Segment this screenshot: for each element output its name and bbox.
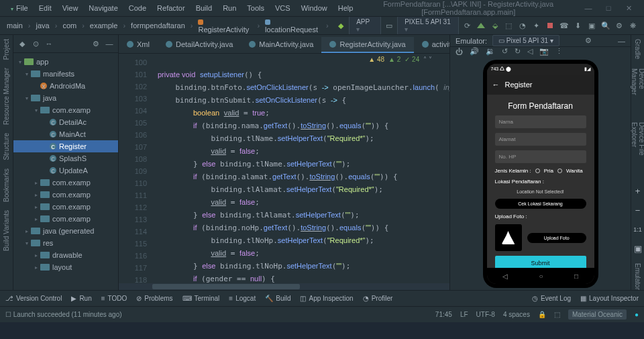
emul-rotleft-icon[interactable]: ↺ [502, 47, 508, 56]
h-scrollbar[interactable] [119, 283, 449, 290]
theme-selector[interactable]: Material Oceanic [568, 309, 627, 320]
menu-run[interactable]: Run [217, 4, 241, 12]
resource-manager-tool[interactable]: Resource Manager [3, 68, 10, 125]
zoom-actual-icon[interactable]: ▣ [633, 244, 643, 254]
nav-home-icon[interactable]: ○ [539, 273, 543, 280]
tree-item-comexamp[interactable]: ▸com.examp [13, 189, 118, 201]
device-manager-tool[interactable]: Device Manager [631, 68, 645, 113]
emul-power-icon[interactable]: ⏻ [455, 48, 463, 56]
menu-help[interactable]: Help [333, 4, 359, 12]
zoom-in-icon[interactable]: + [633, 186, 643, 196]
minimize-button[interactable]: — [578, 4, 598, 12]
nav-recents-icon[interactable]: □ [574, 273, 578, 280]
maximize-button[interactable]: □ [598, 4, 619, 12]
build-variants-tool[interactable]: Build Variants [3, 210, 10, 251]
phone-screen[interactable]: 743 🛆 ⬤▮◢ ←Register Form Pendaftaran Nam… [487, 64, 594, 284]
gradle-tool[interactable]: Gradle [634, 39, 641, 59]
emul-voldown-icon[interactable]: 🔉 [486, 47, 495, 56]
android-view-icon[interactable]: ◆ [17, 39, 27, 48]
tree-item-layout[interactable]: ▸layout [13, 261, 118, 273]
emul-more-icon[interactable]: ⋮ [555, 47, 563, 56]
coverage-button[interactable]: ⬚ [503, 19, 515, 32]
version-control-tool[interactable]: ⎇ Version Control [5, 295, 62, 302]
emul-back-icon[interactable]: ◁ [527, 47, 533, 56]
menu-file[interactable]: File [5, 4, 34, 12]
tree-item-java[interactable]: ▾java [13, 92, 118, 104]
todo-tool[interactable]: ≡ TODO [101, 295, 127, 302]
memory-icon[interactable]: ⬚ [554, 311, 560, 318]
settings-cog-icon[interactable]: ⚙ [91, 39, 101, 48]
crumb-4[interactable]: formpendaftaran [129, 21, 186, 30]
input-alamat[interactable]: Alamat [495, 133, 586, 146]
tree-item-splashs[interactable]: cSplashS [13, 152, 118, 164]
caret-position[interactable]: 71:45 [435, 311, 452, 318]
crumb-5[interactable]: RegisterActivity [197, 17, 253, 34]
radio-pria[interactable] [535, 168, 540, 173]
select-opened-icon[interactable]: ⊙ [31, 39, 40, 48]
input-hp[interactable]: No. HP [495, 150, 586, 163]
expand-icon[interactable]: ↔ [44, 39, 54, 48]
search-icon[interactable]: 🔍 [600, 19, 611, 32]
menu-window[interactable]: Window [296, 4, 333, 12]
input-nama[interactable]: Nama [495, 115, 586, 128]
emul-rotright-icon[interactable]: ↻ [515, 47, 521, 56]
problems-tool[interactable]: ⊘ Problems [136, 295, 172, 302]
encoding[interactable]: UTF-8 [476, 311, 495, 318]
crumb-1[interactable]: java [35, 21, 51, 30]
device-selector[interactable]: PIXEL 5 API 31 [397, 17, 459, 35]
avd-manager-icon[interactable]: ☎ [559, 19, 570, 32]
tab-activitymainxml[interactable]: activity_main.xml [414, 37, 449, 53]
logcat-tool[interactable]: ≡ Logcat [229, 295, 256, 302]
layout-inspector-tool[interactable]: ▦ Layout Inspector [580, 295, 639, 302]
tree-item-register[interactable]: cRegister [13, 140, 118, 152]
tree-item-detailac[interactable]: cDetailAc [13, 116, 118, 128]
stop-button[interactable] [545, 19, 556, 32]
tab-xml[interactable]: Xml [119, 37, 158, 53]
tab-registeractivityjava[interactable]: RegisterActivity.java [321, 37, 413, 53]
project-tool[interactable]: Project [3, 39, 10, 60]
build-tool[interactable]: 🔨 Build [265, 295, 290, 302]
menu-navigate[interactable]: Navigate [83, 4, 123, 12]
line-ending[interactable]: LF [460, 311, 468, 318]
tree-item-comexamp[interactable]: ▾com.examp [13, 104, 118, 116]
debug-button[interactable]: ⬙ [490, 19, 501, 32]
emulator-settings-icon[interactable]: ⚙ [585, 36, 592, 45]
menu-code[interactable]: Code [123, 4, 152, 12]
btn-cek-lokasi[interactable]: Cek Lokasi Sekarang [495, 199, 586, 209]
zoom-fit-icon[interactable]: 1:1 [633, 225, 643, 234]
tree-item-res[interactable]: ▾res [13, 237, 118, 249]
structure-tool[interactable]: Structure [3, 133, 10, 160]
emulator-device-select[interactable]: ▭ Pixel 5 API 31 ▾ [492, 35, 559, 46]
tree-item-drawable[interactable]: ▸drawable [13, 249, 118, 261]
run-button[interactable] [476, 19, 487, 32]
menu-view[interactable]: View [57, 4, 84, 12]
hide-panel-icon[interactable]: — [105, 39, 114, 48]
indent[interactable]: 4 spaces [503, 311, 530, 318]
device-icon[interactable]: ▭ [384, 19, 395, 32]
tree-item-mainact[interactable]: cMainAct [13, 128, 118, 140]
settings-icon[interactable]: ⚙ [614, 19, 625, 32]
back-arrow-icon[interactable]: ← [492, 81, 500, 89]
tree-item-comexamp[interactable]: ▸com.examp [13, 213, 118, 225]
event-log-tool[interactable]: ◷ Event Log [532, 295, 571, 302]
tree-item-javagenerated[interactable]: ▸java (generated [13, 225, 118, 237]
terminal-tool[interactable]: ⌨ Terminal [182, 295, 220, 302]
android-icon[interactable]: ◆ [335, 19, 347, 32]
crumb-3[interactable]: example [89, 21, 119, 30]
profile-button[interactable]: ◔ [517, 19, 529, 32]
btn-submit[interactable]: Submit [495, 256, 586, 268]
code-editor[interactable]: private void setupListener() { binding.b… [152, 54, 449, 290]
bookmarks-tool[interactable]: Bookmarks [3, 168, 10, 202]
attach-debugger[interactable]: ✦ [531, 19, 542, 32]
tree-item-manifests[interactable]: ▾manifests [13, 68, 118, 80]
emul-camera-icon[interactable]: 📷 [539, 47, 549, 56]
tab-mainactivityjava[interactable]: MainActivity.java [241, 37, 321, 53]
readonly-icon[interactable]: 🔒 [538, 311, 546, 318]
crumb-0[interactable]: main [5, 21, 24, 30]
app-inspection-tool[interactable]: ◫ App Inspection [300, 295, 353, 302]
close-button[interactable]: ✕ [619, 4, 639, 13]
menu-refactor[interactable]: Refactor [152, 4, 191, 12]
sdk-manager-icon[interactable]: ⬇ [572, 19, 584, 32]
device-file-explorer-tool[interactable]: Device File Explorer [631, 122, 645, 177]
tree-item-comexamp[interactable]: ▸com.examp [13, 201, 118, 213]
